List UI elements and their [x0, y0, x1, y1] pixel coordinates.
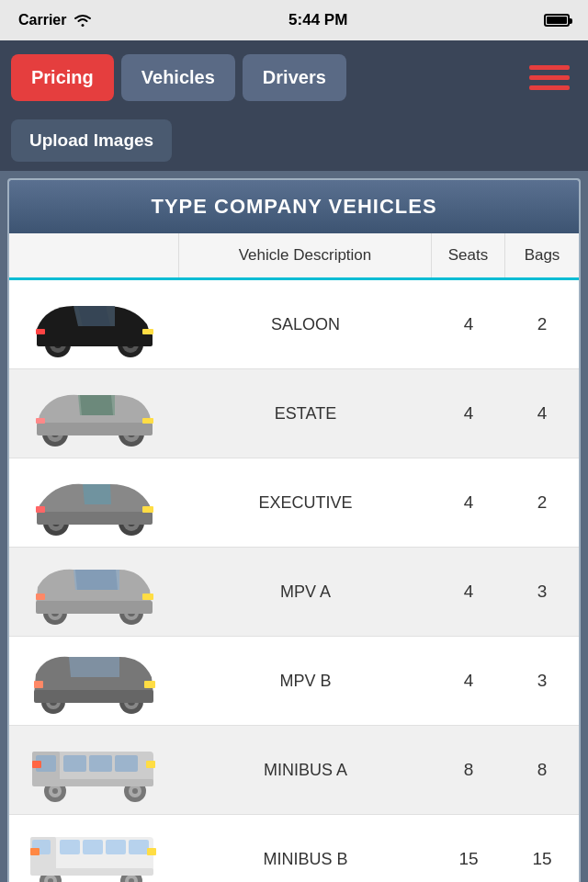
table-row: MINIBUS B 15 15	[9, 815, 579, 882]
svg-rect-33	[36, 601, 153, 614]
tab-drivers[interactable]: Drivers	[243, 54, 346, 101]
col-header-description: Vehicle Description	[179, 233, 432, 277]
vehicle-image-cell	[9, 815, 179, 882]
vehicle-image-cell	[9, 369, 179, 458]
vehicle-seats-mpvb: 4	[432, 663, 505, 698]
hamburger-line-2	[529, 75, 570, 80]
status-battery	[544, 14, 570, 27]
svg-rect-43	[144, 681, 155, 688]
hamburger-menu[interactable]	[522, 58, 577, 97]
status-bar: Carrier 5:44 PM	[0, 0, 588, 40]
table-row: MPV B 4 3	[9, 637, 579, 726]
svg-rect-57	[32, 779, 153, 786]
svg-rect-25	[142, 506, 153, 513]
vehicle-image-cell	[9, 280, 179, 368]
carrier-text: Carrier	[18, 12, 66, 28]
car-saloon-icon	[23, 288, 165, 361]
table-row: MPV A 4 3	[9, 548, 579, 637]
table-row: MINIBUS A 8 8	[9, 726, 579, 815]
tab-pricing[interactable]: Pricing	[11, 54, 114, 101]
vehicle-image-cell	[9, 726, 179, 814]
svg-rect-26	[36, 506, 45, 513]
vehicle-image-cell	[9, 637, 179, 725]
svg-rect-35	[36, 594, 45, 600]
svg-rect-71	[106, 840, 126, 854]
svg-rect-59	[32, 761, 41, 768]
svg-rect-74	[147, 848, 156, 855]
svg-rect-73	[30, 868, 153, 876]
upload-images-button[interactable]: Upload Images	[11, 119, 172, 162]
vehicle-name-minibusb: MINIBUS B	[179, 842, 432, 876]
vehicle-name-saloon: SALOON	[179, 308, 432, 342]
vehicle-seats-saloon: 4	[432, 307, 505, 342]
svg-point-50	[132, 788, 138, 794]
header-nav: Pricing Vehicles Drivers	[0, 40, 588, 114]
svg-rect-7	[142, 329, 153, 334]
vehicle-bags-minibusa: 8	[505, 752, 579, 787]
svg-rect-15	[37, 423, 153, 435]
svg-rect-55	[89, 755, 112, 772]
car-executive-icon	[23, 466, 165, 539]
svg-rect-69	[60, 840, 80, 854]
car-mpva-icon	[23, 555, 165, 628]
vehicle-name-executive: EXECUTIVE	[179, 486, 432, 520]
vehicle-seats-mpva: 4	[432, 574, 505, 609]
car-mpvb-icon	[23, 644, 165, 718]
vehicle-bags-saloon: 2	[505, 307, 579, 342]
vehicle-seats-minibusa: 8	[432, 752, 505, 787]
svg-rect-24	[37, 512, 153, 525]
svg-rect-70	[83, 840, 103, 854]
vehicle-seats-estate: 4	[432, 396, 505, 431]
vehicle-name-mpvb: MPV B	[179, 664, 432, 698]
svg-point-47	[52, 788, 58, 794]
vehicle-seats-minibusb: 15	[432, 842, 505, 876]
svg-rect-6	[37, 334, 153, 346]
vehicle-name-minibusa: MINIBUS A	[179, 753, 432, 787]
svg-rect-8	[36, 329, 45, 334]
vehicle-bags-estate: 4	[505, 396, 579, 431]
status-carrier: Carrier	[18, 12, 92, 28]
table-title: TYPE COMPANY VEHICLES	[9, 180, 579, 233]
vehicle-bags-executive: 2	[505, 485, 579, 520]
vehicle-image-cell	[9, 458, 179, 547]
wifi-icon	[74, 13, 92, 28]
tab-vehicles[interactable]: Vehicles	[121, 54, 235, 101]
sub-nav: Upload Images	[0, 114, 588, 171]
vehicle-table: TYPE COMPANY VEHICLES Vehicle Descriptio…	[7, 178, 581, 882]
col-header-bags: Bags	[505, 233, 579, 277]
svg-rect-75	[30, 848, 40, 855]
hamburger-line-1	[529, 65, 570, 70]
svg-rect-42	[34, 690, 153, 703]
table-row: EXECUTIVE 4 2	[9, 458, 579, 548]
vehicle-name-mpva: MPV A	[179, 575, 432, 609]
svg-rect-34	[142, 594, 153, 600]
car-minibusb-icon	[23, 822, 165, 882]
vehicle-image-cell	[9, 548, 179, 636]
vehicle-name-estate: ESTATE	[179, 397, 432, 431]
table-row: ESTATE 4 4	[9, 369, 579, 458]
svg-rect-54	[63, 755, 86, 772]
svg-rect-58	[146, 761, 155, 768]
col-header-seats: Seats	[432, 233, 505, 277]
svg-rect-16	[142, 418, 153, 424]
status-time: 5:44 PM	[288, 11, 347, 29]
car-minibusa-icon	[23, 733, 165, 807]
battery-icon	[544, 14, 570, 27]
vehicle-seats-executive: 4	[432, 485, 505, 520]
hamburger-line-3	[529, 85, 570, 90]
car-estate-icon	[23, 377, 165, 450]
svg-rect-72	[129, 840, 149, 854]
table-column-headers: Vehicle Description Seats Bags	[9, 233, 579, 280]
col-header-image	[9, 233, 179, 277]
svg-rect-56	[115, 755, 138, 772]
main-content: TYPE COMPANY VEHICLES Vehicle Descriptio…	[0, 171, 588, 882]
vehicle-bags-mpva: 3	[505, 574, 579, 609]
svg-rect-44	[34, 681, 43, 688]
vehicle-bags-minibusb: 15	[505, 842, 579, 876]
svg-rect-17	[36, 418, 45, 424]
table-row: SALOON 4 2	[9, 280, 579, 369]
vehicle-bags-mpvb: 3	[505, 663, 579, 698]
